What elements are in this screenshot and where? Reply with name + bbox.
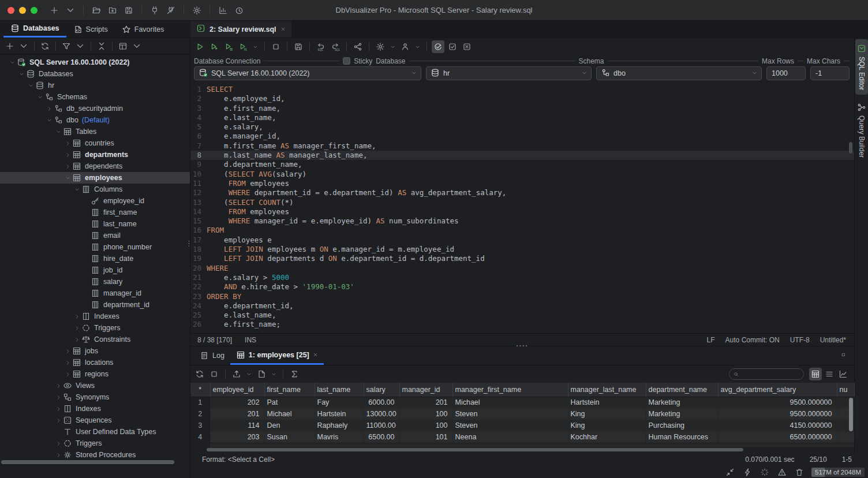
sidebar-tab-favorites[interactable]: Favorites xyxy=(115,21,171,38)
refresh-button[interactable] xyxy=(193,368,206,380)
grid-cell[interactable]: Human Resources xyxy=(646,431,718,443)
code-line-9[interactable]: 9 d.department_name, xyxy=(190,160,854,169)
chevron-right-icon[interactable] xyxy=(74,337,80,342)
code-line-5[interactable]: 5 e.salary, xyxy=(190,122,854,132)
export-button[interactable] xyxy=(230,368,243,380)
grid-cell[interactable]: Michael xyxy=(264,408,315,420)
grid-cell[interactable]: Michael xyxy=(452,397,568,408)
code-line-7[interactable]: 7 m.first_name AS manager_first_name, xyxy=(190,141,854,151)
code-line-3[interactable]: 3 e.first_name, xyxy=(190,104,854,113)
tree-item-databases[interactable]: Databases xyxy=(0,68,190,80)
tree-item-synonyms[interactable]: Synonyms xyxy=(0,391,190,403)
grid-cell[interactable]: Marketing xyxy=(646,397,718,408)
grid-cell[interactable]: Hartstein xyxy=(315,408,364,420)
grid-cell[interactable]: Purchasing xyxy=(646,420,718,431)
code-line-1[interactable]: 1SELECT xyxy=(190,85,854,94)
chevron-down-icon[interactable] xyxy=(47,118,52,123)
collapse-all-button[interactable] xyxy=(95,40,108,53)
close-tab-icon[interactable] xyxy=(280,25,286,33)
code-line-10[interactable]: 10 (SELECT AVG(salary) xyxy=(190,170,854,179)
tree-item-indexes[interactable]: Indexes xyxy=(0,311,190,322)
right-tab-query-builder[interactable]: Query Builder xyxy=(855,98,868,162)
tree-item-dbo[interactable]: dbo(Default) xyxy=(0,114,190,126)
sticky-checkbox[interactable] xyxy=(343,57,350,65)
chevron-down-icon[interactable] xyxy=(38,95,43,100)
chevron-right-icon[interactable] xyxy=(47,106,52,111)
grid-cell[interactable]: Mavris xyxy=(315,431,364,443)
schema-dropdown[interactable]: dbo xyxy=(596,66,762,80)
layout-table-button[interactable] xyxy=(117,40,129,53)
chevron-down-icon[interactable] xyxy=(65,175,70,181)
tree-item-columns[interactable]: Columns xyxy=(0,184,190,195)
close-icon[interactable] xyxy=(280,27,286,32)
grid-cell[interactable]: 201 xyxy=(210,408,264,420)
view-toggle-list[interactable] xyxy=(823,368,836,380)
gear-button[interactable] xyxy=(190,4,203,17)
grid-cell[interactable]: Fay xyxy=(315,397,364,408)
grid-cell[interactable]: Raphaely xyxy=(315,420,364,431)
play-cursor-button[interactable] xyxy=(208,40,220,53)
code-line-4[interactable]: 4 e.last_name, xyxy=(190,113,854,122)
column-header-nu[interactable]: nu xyxy=(837,383,854,397)
code-line-18[interactable]: 18 LEFT JOIN employees m ON e.manager_id… xyxy=(190,245,854,254)
shrink-button[interactable] xyxy=(725,467,735,477)
grid-cell[interactable]: Kochhar xyxy=(568,431,646,443)
sidebar-horizontal-scrollbar[interactable] xyxy=(0,460,190,465)
code-line-8[interactable]: 8 m.last_name AS manager_last_name, xyxy=(190,151,854,160)
chevron-right-icon[interactable] xyxy=(56,441,61,446)
auto-commit-button[interactable] xyxy=(432,40,444,53)
column-header-department_name[interactable]: department_name xyxy=(646,383,718,397)
grid-cell[interactable]: Den xyxy=(264,420,315,431)
tree-item-triggers[interactable]: Triggers xyxy=(0,438,190,449)
zoom-window-button[interactable] xyxy=(31,7,38,14)
column-header-avg_department_salary[interactable]: avg_department_salary xyxy=(718,383,837,397)
close-window-button[interactable] xyxy=(8,7,14,14)
grid-cell[interactable]: Marketing xyxy=(646,408,718,420)
chevron-right-icon[interactable] xyxy=(56,383,61,389)
tree-item-department-id[interactable]: department_id xyxy=(0,299,190,311)
chevron-down-icon[interactable] xyxy=(582,70,587,76)
code-line-19[interactable]: 19 LEFT JOIN departments d ON e.departme… xyxy=(190,254,854,263)
chevron-down-button[interactable] xyxy=(74,40,87,53)
folder-open-button[interactable] xyxy=(90,4,103,17)
chevron-down-icon[interactable] xyxy=(28,83,33,88)
column-header-manager_id[interactable]: manager_id xyxy=(399,383,452,397)
filter-button[interactable] xyxy=(60,40,73,53)
rollback-button[interactable] xyxy=(461,40,473,53)
plus-button[interactable] xyxy=(3,40,16,53)
view-toggle-grid[interactable] xyxy=(809,368,822,380)
tree-item-manager-id[interactable]: manager_id xyxy=(0,287,190,299)
code-line-11[interactable]: 11 FROM employees xyxy=(190,179,854,188)
doc-button[interactable] xyxy=(255,368,268,380)
chevron-right-icon[interactable] xyxy=(65,349,70,354)
chevron-right-icon[interactable] xyxy=(56,418,61,423)
grid-horizontal-scrollbar[interactable] xyxy=(190,447,854,453)
code-line-17[interactable]: 17 employees e xyxy=(190,236,854,245)
grid-cell[interactable]: 6500.000000 xyxy=(718,431,837,443)
column-header-employee_id[interactable]: employee_id xyxy=(210,383,264,397)
code-line-26[interactable]: 26 e.first_name; xyxy=(190,320,854,329)
trash-button[interactable] xyxy=(794,467,805,477)
code-line-24[interactable]: 24 e.department_id, xyxy=(190,301,854,311)
chevron-down-icon[interactable] xyxy=(411,70,417,76)
tree-item-email[interactable]: email xyxy=(0,230,190,241)
grid-vertical-scrollbar[interactable] xyxy=(849,398,853,431)
chevron-right-icon[interactable] xyxy=(65,141,70,146)
undo-sql-button[interactable]: SQL xyxy=(315,40,327,53)
column-header-manager_last_name[interactable]: manager_last_name xyxy=(568,383,646,397)
code-line-22[interactable]: 22 AND e.hire_date > '1990-01-03' xyxy=(190,282,854,292)
code-line-15[interactable]: 15 WHERE manager_id = e.employee_id) AS … xyxy=(190,216,854,226)
tree-item-countries[interactable]: countries xyxy=(0,137,190,149)
grid-cell[interactable]: 13000.00 xyxy=(364,408,399,420)
grid-cell[interactable]: King xyxy=(568,408,646,420)
tree-item-jobs[interactable]: jobs xyxy=(0,345,190,357)
chevron-down-button[interactable] xyxy=(17,40,30,53)
plug-off-button[interactable] xyxy=(164,4,177,17)
redo-sql-button[interactable]: SQL xyxy=(329,40,342,53)
grid-cell[interactable]: Pat xyxy=(264,397,315,408)
tree-item-first-name[interactable]: first_name xyxy=(0,207,190,218)
lightning-button[interactable] xyxy=(742,467,753,477)
tree-item-user-defined-data-types[interactable]: User Defined Data Types xyxy=(0,426,190,438)
grid-cell[interactable]: 202 xyxy=(210,397,264,408)
save-button[interactable] xyxy=(292,40,305,53)
